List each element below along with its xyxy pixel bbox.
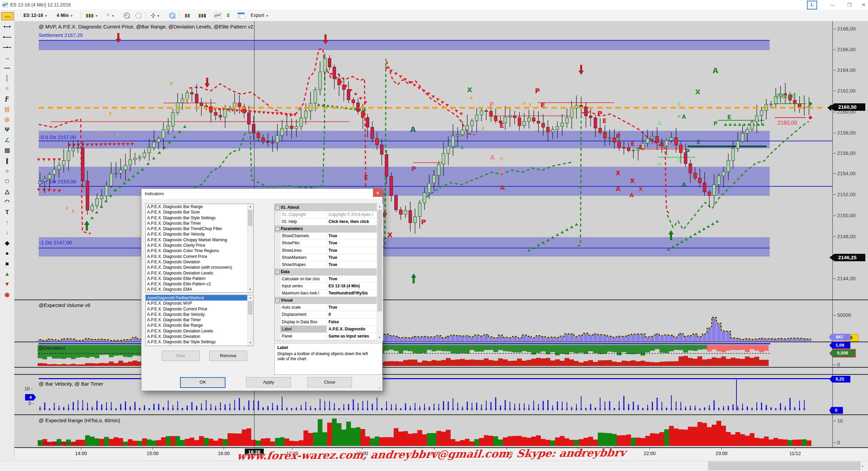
svg-text:X: X [387,231,393,239]
svg-text:E: E [116,132,119,137]
svg-text:P: P [382,211,387,218]
grid-row[interactable]: Price marker(s)True [275,340,377,341]
available-indicator-item[interactable]: A.P.E.X. Diagnostic Bar Trend/Chop Filte… [146,226,253,231]
selected-indicator-item[interactable]: A.P.E.X. Diagnostic MVP [146,301,253,306]
svg-text:P: P [678,115,680,119]
grid-row[interactable]: 01. CopyrightCopyright © 2014 Apex I [275,211,377,218]
available-indicator-item[interactable]: A.P.E.X. Diagnostic Elite Pattern [146,276,253,281]
band-07-label: -0.7 Dσ 2153,00 [39,179,76,184]
svg-text:X: X [616,169,620,177]
ok-button[interactable]: OK [180,377,225,388]
grid-row[interactable]: ShowLinesTrue [275,247,377,254]
selected-indicators-list[interactable]: ApexDiagnosticToolbarShortcutA.P.E.X. Di… [145,295,254,346]
available-indicator-item[interactable]: A.P.E.X. Diagnostic Bar Timer [146,221,253,226]
scroll-down-icon[interactable]: ▼ [248,287,253,292]
selected-indicator-item[interactable]: A.P.E.X. Diagnostic Deviation Levels [146,328,253,334]
apply-button[interactable]: Apply [246,377,291,387]
dialog-close-button[interactable]: x [373,189,382,197]
selected-indicator-item[interactable]: A.P.E.X. Diagnostic Bar Range [146,323,253,328]
svg-text:P: P [489,101,494,108]
svg-text:E: E [482,126,485,131]
chart-canvas: PEEPEPEAAPEPEPPXPEXPPPEEEEAPXAPEPEEXXXAA… [0,0,868,471]
grid-row[interactable]: Display in Data BoxFalse [275,319,377,326]
svg-text:E: E [499,121,504,129]
list-scrollbar[interactable]: ▲ ▼ [247,204,253,292]
grid-row[interactable]: ShowMarkersTrue [275,254,377,261]
grid-row[interactable]: ShowChannelsTrue [275,232,377,240]
grid-row[interactable]: Maximum bars look lTwoHundredFiftySix [275,290,377,297]
scroll-up-icon[interactable]: ▲ [377,204,382,209]
scroll-down-icon[interactable]: ▼ [377,335,382,341]
svg-text:P: P [523,101,526,106]
grid-row[interactable]: Displacement0 [275,311,377,318]
selected-indicator-item[interactable]: A.P.E.X. Diagnostic Bar Velocity [146,312,253,317]
properties-grid[interactable]: −01. About01. CopyrightCopyright © 2014 … [274,204,377,341]
new-button[interactable]: New [162,351,200,361]
available-indicator-item[interactable]: A.P.E.X. Diagnostic Choppy Market Warnin… [146,237,253,243]
grid-scrollbar[interactable]: ▲ ▼ [377,204,383,341]
available-indicator-item[interactable]: A.P.E.X. Diagnostic Deviation (with cros… [146,265,253,270]
scroll-up-icon[interactable]: ▲ [248,204,253,209]
panel1-title: @ MVP, A.P.E.X. Diagnostic Current Price… [39,24,253,29]
svg-text:X: X [467,86,472,94]
selected-indicator-item[interactable]: A.P.E.X. Diagnostic Deviation [146,334,253,339]
svg-text:P: P [713,120,717,127]
available-indicator-item[interactable]: A.P.E.X. Diagnostic Clarity Price [146,243,253,248]
svg-text:P: P [170,81,173,86]
deviation-marker: 0,508 [829,349,856,357]
grid-row[interactable]: 02. HelpClick here, then click [275,218,377,225]
svg-text:E: E [72,209,75,214]
grid-row[interactable]: ShowShapesTrue [275,261,377,268]
available-indicator-item[interactable]: A.P.E.X. Diagnostic Color Time Regions [146,248,253,253]
svg-text:X: X [639,186,643,192]
velocity-top-marker: 9,25 [829,376,850,383]
available-indicator-item[interactable]: A.P.E.X. Diagnostic Deviation Levels [146,270,253,276]
available-indicators-list[interactable]: A.P.E.X. Diagnostic Bar RangeA.P.E.X. Di… [145,204,254,293]
svg-text:P: P [66,206,69,211]
close-dialog-button[interactable]: Close [307,377,352,387]
available-indicator-item[interactable]: A.P.E.X. Diagnostic Deviation [146,259,253,265]
available-indicator-item[interactable]: A.P.E.X. Diagnostic Bar Style Settings [146,215,253,221]
svg-text:E: E [109,111,112,116]
grid-row[interactable]: LabelA.P.E.X. Diagnostic [275,326,377,333]
available-indicator-item[interactable]: A.P.E.X. Diagnostic Bar Velocity [146,231,253,237]
svg-text:E: E [677,157,681,164]
selected-indicator-item[interactable]: A.P.E.X. Diagnostic Current Price [146,306,253,312]
svg-text:P: P [657,161,662,168]
svg-text:P: P [685,148,690,155]
svg-text:P: P [421,218,426,226]
description-title: Label [277,345,288,350]
selected-indicator-item[interactable]: ApexDiagnosticToolbarShortcut [146,295,253,301]
ninjatrader-copyright: © 2016 NinjaTrader, LLC [39,441,80,445]
scroll-up-icon[interactable]: ▲ [248,295,253,301]
available-indicator-item[interactable]: A.P.E.X. Diagnostic Elite Pattern v2 [146,281,253,287]
available-indicator-item[interactable]: A.P.E.X. Diagnostic EMA [146,287,253,292]
grid-row[interactable]: Calculate on bar closTrue [275,275,377,283]
remove-button[interactable]: Remove [209,351,247,361]
list-scrollbar[interactable]: ▲ ▼ [247,295,253,346]
dialog-titlebar[interactable]: Indicators [141,189,382,199]
selected-indicator-item[interactable]: A.P.E.X. Diagnostic Bar Timer [146,317,253,323]
volume-marker: 847 [829,334,850,341]
grid-section[interactable]: −Visual [275,297,377,304]
selected-indicator-item[interactable]: A.P.E.X. Diagnostic Bar Style Settings [146,339,253,345]
scroll-down-icon[interactable]: ▼ [248,340,253,346]
grid-section[interactable]: −01. About [275,204,377,211]
available-indicator-item[interactable]: A.P.E.X. Diagnostic Bar Sizer [146,209,253,215]
grid-row[interactable]: Auto scaleTrue [275,304,377,311]
svg-text:X: X [677,101,682,108]
svg-text:A: A [490,154,495,161]
available-indicator-item[interactable]: A.P.E.X. Diagnostic Bar Range [146,204,253,209]
grid-row[interactable]: ShowFibsTrue [275,240,377,247]
grid-row[interactable]: Input seriesES 12-16 (4 Min) [275,283,377,290]
grid-row[interactable]: PanelSame as input series [275,333,377,340]
resize-grip[interactable]: ⠿ [378,387,382,390]
available-indicator-item[interactable]: A.P.E.X. Diagnostic Current Price [146,254,253,259]
svg-text:A: A [500,184,505,191]
svg-text:P: P [500,157,504,161]
grid-section[interactable]: −Parameters [275,225,377,232]
grid-section[interactable]: −Data [275,268,377,275]
svg-text:A: A [616,185,620,192]
svg-text:E: E [364,174,368,181]
svg-text:A: A [410,125,416,134]
